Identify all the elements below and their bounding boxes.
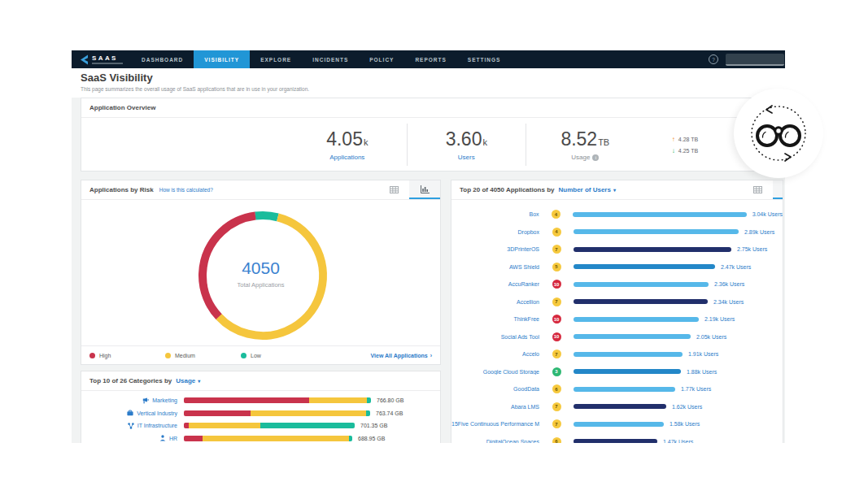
caret-down-icon: ▾ xyxy=(198,378,200,384)
users-bar[interactable] xyxy=(574,299,708,304)
users-bar[interactable] xyxy=(574,247,731,252)
category-usage-bar[interactable] xyxy=(184,410,370,416)
categories-sort-dropdown[interactable]: Usage▾ xyxy=(176,377,200,384)
users-value: 2.89k Users xyxy=(744,229,774,235)
users-value: 2.75k Users xyxy=(737,246,767,252)
page-subtitle: This page summarizes the overall usage o… xyxy=(81,86,785,92)
application-row: Google Cloud Storage31.88k Users xyxy=(451,363,783,381)
users-bar[interactable] xyxy=(574,317,699,322)
top-nav: SAAS DASHBOARDVISIBILITYEXPLOREINCIDENTS… xyxy=(72,50,785,68)
users-value: 2.47k Users xyxy=(721,264,751,270)
how-calculated-link[interactable]: How is this calculated? xyxy=(159,187,213,193)
legend-low: Low xyxy=(241,353,316,358)
category-link[interactable]: IT Infrastructure xyxy=(137,423,177,428)
usage-delta-down: ↓4.25 TB xyxy=(672,147,698,154)
info-icon[interactable]: i xyxy=(592,154,599,161)
risk-card-title: Applications by Risk xyxy=(89,186,154,193)
category-link[interactable]: Vertical Industry xyxy=(137,410,177,416)
nav-tab-policy[interactable]: POLICY xyxy=(359,50,404,68)
users-value: 1.58k Users xyxy=(670,421,700,427)
nav-tab-incidents[interactable]: INCIDENTS xyxy=(302,50,359,68)
users-value: 1.47k Users xyxy=(663,439,693,443)
application-link[interactable]: ThinkFree xyxy=(451,316,539,322)
brand-logo[interactable]: SAAS xyxy=(72,50,131,68)
network-icon xyxy=(128,423,134,429)
table-view-toggle[interactable] xyxy=(378,180,409,199)
overview-card-header: Application Overview xyxy=(81,98,783,118)
application-link[interactable]: Google Cloud Storage xyxy=(451,369,539,375)
category-usage-bar[interactable] xyxy=(184,397,371,403)
users-bar[interactable] xyxy=(574,439,657,443)
users-bar[interactable] xyxy=(574,282,709,287)
category-usage-bar[interactable] xyxy=(184,423,355,428)
apps-card-header: Top 20 of 4050 Applications by Number of… xyxy=(451,180,783,200)
stat-label: Usagei xyxy=(526,154,644,161)
risk-segment-high xyxy=(196,209,329,342)
brand-logo-icon xyxy=(80,54,89,65)
application-link[interactable]: Accelo xyxy=(451,351,539,357)
application-link[interactable]: Abara LMS xyxy=(451,404,539,410)
content-area: Application Overview 4.05kApplications3.… xyxy=(72,98,785,443)
logo-tagline xyxy=(92,63,123,64)
apps-card-title: Top 20 of 4050 Applications by xyxy=(460,186,554,193)
bar-segment-medium xyxy=(203,436,349,441)
users-bar[interactable] xyxy=(574,264,715,269)
users-bar[interactable] xyxy=(574,229,739,234)
table-grid-icon xyxy=(753,186,762,193)
users-bar[interactable] xyxy=(574,334,691,339)
risk-score-badge: 7 xyxy=(552,402,561,411)
category-label-group: Vertical Industry xyxy=(81,410,177,416)
application-row: Accellion72.34k Users xyxy=(451,293,783,311)
risk-score-badge: 7 xyxy=(552,297,561,306)
risk-score-badge: 3 xyxy=(552,367,561,376)
application-link[interactable]: 3DPrinterOS xyxy=(451,246,539,252)
bar-segment-high xyxy=(184,397,309,403)
application-row: Abara LMS71.62k Users xyxy=(451,398,783,416)
risk-score-badge-wrap: 7 xyxy=(539,297,574,306)
category-usage-bar[interactable] xyxy=(184,436,352,441)
nav-tab-dashboard[interactable]: DASHBOARD xyxy=(131,50,194,68)
application-link[interactable]: Box xyxy=(451,211,539,217)
application-link[interactable]: Accellion xyxy=(451,299,539,305)
users-bar[interactable] xyxy=(573,212,746,217)
application-link[interactable]: AccuRanker xyxy=(451,281,539,287)
category-link[interactable]: Marketing xyxy=(152,397,177,403)
chart-view-toggle[interactable] xyxy=(409,180,440,199)
page-title: SaaS Visibility xyxy=(81,68,785,84)
application-link[interactable]: 15Five Continuous Performance M... xyxy=(451,421,539,427)
application-link[interactable]: GoodData xyxy=(451,386,539,392)
apps-sort-dropdown[interactable]: Number of Users▾ xyxy=(558,186,615,193)
stat-label[interactable]: Applications xyxy=(288,154,407,161)
nav-search-box[interactable] xyxy=(726,54,784,66)
users-bar[interactable] xyxy=(574,387,675,392)
risk-donut-chart[interactable] xyxy=(196,209,329,342)
risk-score-badge: 10 xyxy=(552,315,561,324)
users-value: 1.88k Users xyxy=(687,369,717,375)
users-bar[interactable] xyxy=(574,352,683,357)
application-link[interactable]: Dropbox xyxy=(451,229,539,235)
bar-segment-medium xyxy=(309,397,367,403)
application-row: Accelo71.91k Users xyxy=(451,345,783,363)
nav-tab-explore[interactable]: EXPLORE xyxy=(250,50,302,68)
application-link[interactable]: AWS Shield xyxy=(451,264,539,270)
view-all-applications-link[interactable]: View All Applications› xyxy=(371,353,433,358)
risk-segment-low xyxy=(196,209,329,342)
arrow-down-icon: ↓ xyxy=(672,147,675,154)
users-bar[interactable] xyxy=(574,404,666,409)
nav-tab-settings[interactable]: SETTINGS xyxy=(457,50,512,68)
users-bar[interactable] xyxy=(574,422,664,427)
binoculars-illustration xyxy=(734,89,823,178)
help-icon[interactable]: ? xyxy=(709,54,718,64)
nav-tab-visibility[interactable]: VISIBILITY xyxy=(194,50,250,68)
table-view-toggle[interactable] xyxy=(742,180,773,199)
chart-view-toggle[interactable] xyxy=(773,180,783,199)
application-link[interactable]: DigitalOcean Spaces xyxy=(451,439,539,443)
application-link[interactable]: Social Ads Tool xyxy=(451,334,539,340)
nav-tab-reports[interactable]: REPORTS xyxy=(404,50,456,68)
nav-right: ? xyxy=(709,50,785,68)
category-link[interactable]: HR xyxy=(169,436,177,441)
risk-score-badge-wrap: 7 xyxy=(539,350,574,358)
caret-down-icon: ▾ xyxy=(613,187,616,193)
stat-label[interactable]: Users xyxy=(408,154,526,161)
users-bar[interactable] xyxy=(574,369,681,374)
